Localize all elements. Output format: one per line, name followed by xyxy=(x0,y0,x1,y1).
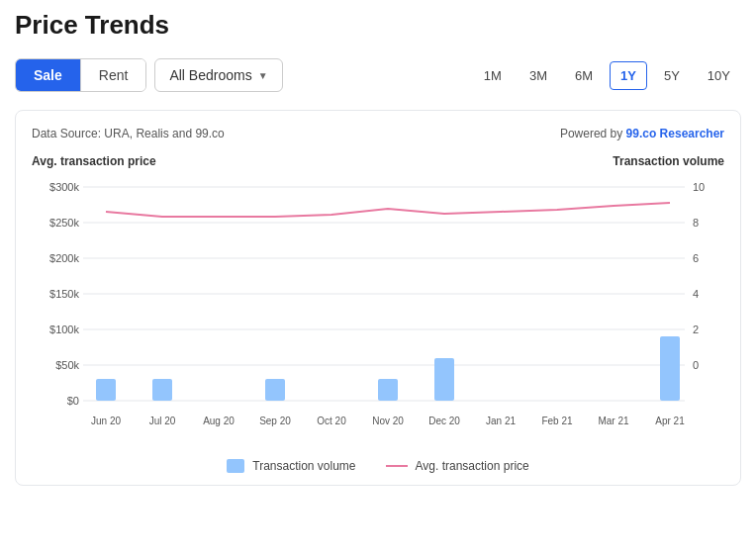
y-axis-left-label: Avg. transaction price xyxy=(32,154,156,168)
svg-text:Apr 21: Apr 21 xyxy=(655,416,685,426)
bedroom-dropdown-label: All Bedrooms xyxy=(169,67,251,83)
svg-text:$50k: $50k xyxy=(55,359,79,371)
legend-volume: Transaction volume xyxy=(227,459,355,473)
period-1y[interactable]: 1Y xyxy=(610,61,647,90)
svg-rect-36 xyxy=(660,336,680,401)
svg-text:10: 10 xyxy=(693,181,705,193)
svg-rect-33 xyxy=(265,379,285,401)
controls-bar: Sale Rent All Bedrooms ▼ 1M 3M 6M 1Y 5Y … xyxy=(15,58,741,92)
svg-text:6: 6 xyxy=(693,252,699,264)
y-axis-right-label: Transaction volume xyxy=(613,154,724,168)
tab-rent[interactable]: Rent xyxy=(81,59,146,91)
svg-text:Nov 20: Nov 20 xyxy=(372,416,404,426)
svg-rect-35 xyxy=(434,358,454,401)
svg-text:4: 4 xyxy=(693,288,699,300)
svg-text:0: 0 xyxy=(693,359,699,371)
legend-volume-label: Transaction volume xyxy=(252,459,355,473)
period-group: 1M 3M 6M 1Y 5Y 10Y xyxy=(473,61,741,90)
period-1m[interactable]: 1M xyxy=(473,61,513,90)
svg-text:$300k: $300k xyxy=(49,181,79,193)
svg-rect-34 xyxy=(378,379,398,401)
chart-area: $300k $250k $200k $150k $100k $50k $0 10… xyxy=(32,172,724,449)
legend-price-label: Avg. transaction price xyxy=(416,459,529,473)
svg-text:Dec 20: Dec 20 xyxy=(428,416,460,426)
chart-svg: $300k $250k $200k $150k $100k $50k $0 10… xyxy=(32,172,724,449)
researcher-link[interactable]: 99.co Researcher xyxy=(626,127,724,140)
chart-legend: Transaction volume Avg. transaction pric… xyxy=(32,459,724,473)
svg-rect-31 xyxy=(96,379,116,401)
avg-price-line xyxy=(106,203,670,217)
type-tab-group: Sale Rent xyxy=(15,58,146,92)
svg-text:Sep 20: Sep 20 xyxy=(259,416,291,426)
bedroom-dropdown[interactable]: All Bedrooms ▼ xyxy=(154,58,282,92)
powered-by: Powered by 99.co Researcher xyxy=(560,127,724,140)
period-5y[interactable]: 5Y xyxy=(653,61,691,90)
svg-text:Oct 20: Oct 20 xyxy=(317,416,346,426)
svg-text:Aug 20: Aug 20 xyxy=(203,416,235,426)
chart-axis-labels: Avg. transaction price Transaction volum… xyxy=(32,154,724,168)
tab-sale[interactable]: Sale xyxy=(16,59,81,91)
legend-price: Avg. transaction price xyxy=(386,459,529,473)
data-source-text: Data Source: URA, Realis and 99.co xyxy=(32,127,225,140)
svg-text:8: 8 xyxy=(693,217,699,229)
svg-text:$150k: $150k xyxy=(49,288,79,300)
svg-text:Jan 21: Jan 21 xyxy=(486,416,516,426)
data-source-row: Data Source: URA, Realis and 99.co Power… xyxy=(32,127,724,140)
svg-rect-32 xyxy=(152,379,172,401)
legend-bar-icon xyxy=(227,459,244,473)
svg-text:2: 2 xyxy=(693,324,699,335)
chevron-down-icon: ▼ xyxy=(258,70,268,81)
svg-text:$100k: $100k xyxy=(49,324,79,335)
page-title: Price Trends xyxy=(15,10,741,41)
svg-text:$0: $0 xyxy=(67,395,79,407)
legend-line-icon xyxy=(386,465,408,467)
period-10y[interactable]: 10Y xyxy=(697,61,741,90)
svg-text:Mar 21: Mar 21 xyxy=(598,416,629,426)
svg-text:Jun 20: Jun 20 xyxy=(91,416,121,426)
svg-text:$250k: $250k xyxy=(49,217,79,229)
period-3m[interactable]: 3M xyxy=(519,61,558,90)
svg-text:$200k: $200k xyxy=(49,252,79,264)
svg-text:Jul 20: Jul 20 xyxy=(149,416,176,426)
chart-container: Data Source: URA, Realis and 99.co Power… xyxy=(15,110,741,486)
svg-text:Feb 21: Feb 21 xyxy=(541,416,573,426)
period-6m[interactable]: 6M xyxy=(564,61,604,90)
